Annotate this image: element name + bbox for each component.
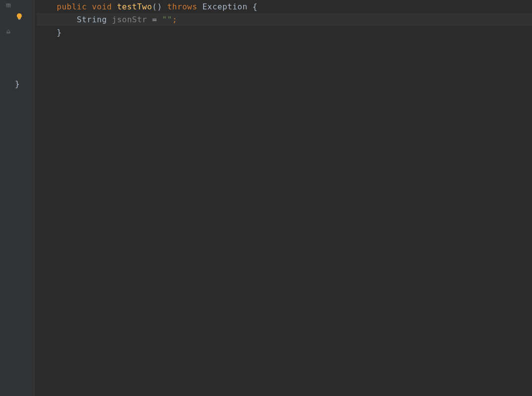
editor-gutter[interactable]: [0, 0, 35, 396]
code-line[interactable]: [37, 64, 532, 77]
code-text: public void testTwo() throws Exception {: [37, 2, 258, 11]
lightbulb-icon[interactable]: [16, 13, 23, 23]
code-line[interactable]: [37, 39, 532, 51]
code-line[interactable]: }: [37, 26, 532, 39]
code-line[interactable]: [37, 51, 532, 64]
code-line[interactable]: }: [37, 77, 532, 90]
fold-close-icon[interactable]: [5, 27, 11, 36]
code-editor[interactable]: public void testTwo() throws Exception {…: [35, 0, 532, 396]
code-line[interactable]: public void testTwo() throws Exception {: [37, 0, 532, 13]
code-line-active[interactable]: String jsonStr = "";: [37, 13, 532, 26]
code-text: String jsonStr = "";: [37, 15, 177, 24]
fold-open-icon[interactable]: [5, 1, 11, 10]
svg-rect-0: [18, 19, 20, 20]
code-text: }: [15, 79, 20, 89]
code-text: }: [37, 28, 62, 37]
